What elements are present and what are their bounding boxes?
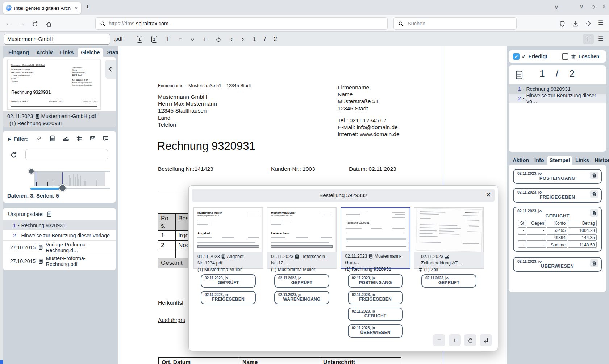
dialog-zoom-out-button[interactable]: −	[433, 334, 445, 346]
window-maximize-button[interactable]: ◇	[591, 4, 595, 9]
filter-chat-icon[interactable]	[103, 135, 109, 142]
erledigt-checkbox[interactable]: ✓	[513, 53, 520, 60]
zoom-reset-icon[interactable]	[191, 38, 194, 41]
range-slider-top-thumb[interactable]	[28, 168, 34, 174]
tab-eingang[interactable]: Eingang	[5, 48, 32, 57]
stamp-gebucht[interactable]: 02.11.2023, joGEBUCHT	[348, 308, 403, 321]
page-separator: /	[264, 36, 266, 42]
tab-list-chevron-icon[interactable]: ∨	[554, 4, 559, 10]
home-button[interactable]	[46, 20, 52, 27]
stamp-freigegeben[interactable]: 02.11.2023, jo FREIGEGEBEN	[513, 188, 602, 203]
filter-search-input[interactable]	[25, 149, 108, 160]
text-tool-button[interactable]: T	[166, 35, 170, 43]
zoom-in-button[interactable]: +	[203, 35, 207, 43]
source-file-row[interactable]: 27.10.2015Vorlage-Proforma-Rechnung.d…	[3, 241, 116, 254]
tab-archiv[interactable]: Archiv	[33, 48, 56, 57]
stamp-posteingang[interactable]: 02.11.2023, joPOSTEINGANG	[348, 274, 403, 288]
extensions-puzzle-icon[interactable]	[585, 20, 592, 27]
file-caption[interactable]: 02.11.2023 Mustermann-GmbH.pdf (1) Rechn…	[3, 111, 116, 127]
dialog-zoom-in-button[interactable]: +	[449, 334, 461, 346]
stamp-freigegeben[interactable]: 02.11.2023, joFREIGEGEBEN	[348, 291, 403, 304]
dialog-title-bar[interactable]: Bestellung 5929332	[192, 189, 495, 202]
linked-doc-card-angebot[interactable]: Musterfirma Müller Ihr Servicepartner fü…	[193, 207, 263, 269]
linked-doc-card-rechnung[interactable]: Rechnung 9320931 02.11.2023 Mustermann-G…	[341, 207, 410, 269]
filter-document-icon[interactable]	[49, 135, 55, 142]
range-slider-bottom-thumb[interactable]	[59, 184, 66, 192]
tab-gleiche[interactable]: Gleiche	[78, 48, 103, 57]
tab-historie[interactable]: Historie	[592, 156, 609, 165]
page-histogram[interactable]	[34, 172, 105, 186]
stamp-geprueft[interactable]: 02.11.2023, joGEPRÜFT	[421, 274, 476, 288]
prev-page-chevron-icon[interactable]: ‹	[230, 35, 233, 43]
stamp-freigegeben[interactable]: 02.11.2023, joFREIGEGEBEN	[201, 291, 256, 304]
filter-expand-arrow-icon[interactable]: ►	[7, 136, 12, 142]
tab-aktion[interactable]: Aktion	[510, 156, 531, 165]
collapse-sidebar-button[interactable]	[105, 60, 116, 79]
reload-button[interactable]	[32, 20, 38, 27]
stamp-posteingang[interactable]: 02.11.2023, jo POSTEINGANG	[513, 169, 602, 184]
linked-doc-card-zollanmeldung[interactable]: 02.11.2023 Zollanmeldung-AT… (1) Zoll	[414, 207, 484, 269]
invoice-title: Rechnung 9320931	[157, 140, 255, 153]
tab-links[interactable]: Links	[573, 156, 592, 165]
tracking-shield-icon[interactable]	[559, 20, 566, 27]
erledigt-label: Erledigt	[529, 54, 547, 59]
browser-search-input[interactable]	[407, 20, 512, 27]
filter-grid-icon[interactable]	[76, 135, 82, 142]
two-page-layout-icon[interactable]: 2	[151, 36, 157, 43]
url-bar[interactable]: https://dms.spiraltrax.com	[95, 17, 388, 30]
stamp-ueberwiesen[interactable]: 02.11.2023, jo ÜBERWIESEN	[513, 257, 602, 272]
stamp-geprueft[interactable]: 02.11.2023, joGEPRÜFT	[201, 274, 256, 288]
tab-close-icon[interactable]: ×	[74, 5, 78, 11]
stamp-gebucht[interactable]: 02.11.2023, jo GEBUCHT St Gegen Konto Be…	[513, 207, 602, 252]
document-thumbnail[interactable]: Firmenname – Musterstraße 51 – 12345 Sta…	[7, 60, 101, 110]
rotate-button[interactable]	[216, 36, 221, 42]
doc-thumbnail: Musterfirma Müller Ihr Servicepartner fü…	[194, 208, 263, 253]
document-icon	[295, 254, 299, 259]
filter-scanner-icon[interactable]	[63, 135, 69, 142]
delete-stamp-trash-icon[interactable]	[590, 172, 598, 179]
tab-links[interactable]: Links	[57, 48, 77, 57]
zoom-out-button[interactable]: −	[179, 35, 182, 43]
import-icon[interactable]	[480, 334, 492, 346]
document-name-input[interactable]	[4, 34, 110, 45]
window-minimize-button[interactable]: ∨	[580, 4, 583, 9]
right-current-page[interactable]: 1	[534, 68, 551, 79]
linked-doc-card-lieferschein[interactable]: Musterfirma Müller Ihr Servicepartner fü…	[267, 207, 337, 269]
browser-tab[interactable]: Intelligentes digitales Arch ×	[3, 2, 81, 14]
delete-stamp-trash-icon[interactable]	[590, 190, 598, 198]
forward-button[interactable]: →	[19, 20, 25, 27]
stamp-ueberwiesen[interactable]: 02.11.2023, joÜBERWIESEN	[348, 324, 403, 338]
left-scroll-rail[interactable]	[0, 46, 3, 364]
back-button[interactable]: ←	[6, 20, 12, 27]
collapse-toolbar-button[interactable]	[583, 34, 594, 44]
viewer-menu-hamburger-icon[interactable]: ☰	[598, 35, 603, 42]
delete-stamp-trash-icon[interactable]	[590, 209, 598, 217]
current-page-number[interactable]: 1	[253, 36, 256, 42]
single-page-layout-icon[interactable]: 1	[137, 36, 142, 43]
next-page-chevron-icon[interactable]: ›	[242, 35, 244, 43]
tab-stempel[interactable]: Stempel	[547, 156, 572, 165]
stamp-geprueft[interactable]: 02.11.2023, joGEPRÜFT	[274, 274, 329, 288]
delete-stamp-trash-icon[interactable]	[590, 259, 598, 267]
page-list-item[interactable]: 2-Hinweise zur Benutzung dieser Vo…	[509, 94, 606, 103]
dialog-close-icon[interactable]: ✕	[485, 191, 491, 198]
menu-hamburger-icon[interactable]: ☰	[598, 19, 603, 26]
filter-reload-icon[interactable]	[10, 151, 17, 158]
source-page-row[interactable]: 1-Rechnung 9320931	[3, 220, 116, 230]
source-page-row[interactable]: 2-Hinweise zur Benutzung dieser Vorlage	[3, 230, 116, 241]
downloads-icon[interactable]	[572, 20, 579, 27]
filter-mail-icon[interactable]	[89, 135, 96, 142]
browser-search-bar[interactable]	[393, 17, 517, 30]
tab-title: Intelligentes digitales Arch	[14, 5, 71, 11]
loeschen-checkbox[interactable]	[562, 53, 568, 60]
window-close-button[interactable]: ×	[602, 4, 605, 9]
source-file-row[interactable]: 27.10.2015Muster-Proforma-Rechnung.pdf	[3, 254, 116, 268]
scroll-indicator[interactable]	[0, 360, 3, 364]
tab-info[interactable]: Info	[532, 156, 547, 165]
filter-check-icon[interactable]	[36, 135, 42, 142]
lock-icon[interactable]	[464, 334, 476, 346]
right-total-pages[interactable]: 2	[564, 68, 580, 79]
new-tab-button[interactable]: +	[85, 3, 89, 11]
stamp-wareneingang[interactable]: 02.11.2023, joWARENEINGANG	[274, 291, 329, 304]
site-favicon-icon	[6, 5, 12, 11]
